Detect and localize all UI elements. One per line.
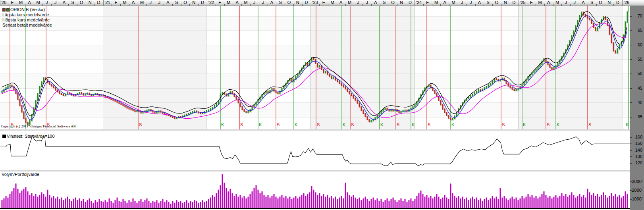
right-axis-label: 140: [631, 148, 642, 152]
time-axis-month-label: A: [582, 0, 584, 5]
time-axis-month-label: D: [201, 0, 204, 5]
up-bar-swatch-icon: [6, 8, 10, 12]
svg-text:S: S: [351, 122, 354, 127]
time-axis-month-label: J: [470, 0, 472, 5]
right-axis-label: 55: [631, 57, 642, 62]
time-axis-tick: [458, 4, 458, 6]
time-axis-tick: [371, 4, 372, 6]
profit-line-swatch-icon: [2, 135, 6, 138]
svg-text:K: K: [626, 122, 629, 127]
time-axis-tick: [293, 4, 294, 6]
time-axis-month-label: O: [391, 0, 395, 5]
right-axis-label: 50: [631, 71, 642, 76]
time-axis-tick: [440, 4, 441, 6]
time-axis-month-label: F: [115, 0, 118, 5]
profit-legend-label: Vinstest: Startvärde=100: [7, 134, 55, 139]
svg-text:K: K: [451, 122, 455, 127]
time-axis-month-label: O: [287, 0, 291, 5]
instrument-title: ORION B (Vecka): [10, 7, 45, 12]
time-axis-month-label: A: [478, 0, 481, 5]
svg-text:S: S: [428, 122, 430, 127]
time-axis[interactable]: '20FMAMJJASOND'21FMAMJJASOND'22FMAMJJASO…: [0, 0, 644, 6]
time-axis-tick: [432, 4, 432, 6]
price-panel-legend: ORION B (Vecka) Lägsta kurs medelvärde H…: [2, 7, 52, 28]
time-axis-tick: [51, 4, 52, 6]
time-axis-month-label: O: [80, 0, 83, 5]
time-axis-tick: [302, 4, 303, 6]
time-axis-tick: [510, 4, 510, 6]
time-axis-tick: [268, 4, 268, 6]
time-axis-tick: [467, 4, 467, 6]
time-axis-tick: [328, 4, 328, 6]
time-axis-month-label: M: [330, 0, 334, 5]
time-axis-month-label: A: [374, 0, 377, 5]
time-axis-month-label: A: [132, 0, 135, 5]
time-axis-month-label: S: [383, 0, 386, 5]
time-axis-month-label: J: [253, 0, 256, 5]
time-axis-tick: [25, 4, 25, 6]
time-axis-month-label: F: [322, 0, 325, 5]
time-axis-tick: [8, 4, 8, 6]
right-axis-label: 3000': [631, 179, 642, 184]
time-axis-month-label: M: [123, 0, 126, 5]
svg-text:S: S: [547, 122, 550, 127]
time-axis-tick: [181, 4, 181, 6]
time-axis-tick: [120, 4, 121, 6]
time-axis-month-label: J: [54, 0, 57, 5]
separator-2: [0, 171, 630, 171]
time-axis-month-label: F: [11, 0, 13, 5]
time-axis-month-label: M: [348, 0, 351, 5]
time-axis-tick: [596, 4, 597, 6]
time-axis-tick: [155, 4, 155, 6]
time-axis-tick: [68, 4, 69, 6]
time-axis-tick: [380, 4, 380, 6]
time-axis-tick: [579, 4, 579, 6]
time-axis-tick: [60, 4, 60, 6]
time-axis-month-label: A: [28, 0, 31, 5]
time-axis-month-label: J: [565, 0, 567, 5]
time-axis-tick: [389, 4, 389, 6]
chart-window: SSSSSSSSSSSSKKKKKKKKKKK '20FMAMJJASOND'2…: [0, 0, 644, 210]
time-axis-tick: [449, 4, 449, 6]
time-axis-tick: [146, 4, 147, 6]
copyright-text: Copyright (c) 2013 Vikingen Financial So…: [1, 124, 76, 128]
svg-text:S: S: [317, 122, 320, 127]
year-divider: [415, 0, 415, 6]
time-axis-month-label: A: [236, 0, 239, 5]
year-divider: [519, 0, 519, 6]
year-divider: [207, 0, 207, 6]
time-axis-tick: [276, 4, 276, 6]
svg-text:S: S: [588, 122, 591, 127]
time-axis-month-label: A: [547, 0, 550, 5]
time-axis-tick: [553, 4, 553, 6]
time-axis-tick: [172, 4, 173, 6]
time-axis-tick: [250, 4, 251, 6]
time-axis-month-label: J: [573, 0, 576, 5]
time-axis-year-label: '26: [624, 0, 629, 5]
time-axis-tick: [345, 4, 346, 6]
time-axis-tick: [337, 4, 337, 6]
time-axis-tick: [397, 4, 397, 6]
time-axis-month-label: N: [504, 0, 507, 5]
time-axis-month-label: M: [555, 0, 559, 5]
time-axis-month-label: M: [244, 0, 247, 5]
svg-text:K: K: [259, 122, 262, 127]
time-axis-month-label: J: [366, 0, 368, 5]
chart-canvas[interactable]: SSSSSSSSSSSSKKKKKKKKKKK: [0, 0, 644, 210]
time-axis-tick: [605, 4, 605, 6]
time-axis-tick: [42, 4, 43, 6]
svg-text:K: K: [343, 122, 346, 127]
time-axis-tick: [319, 4, 320, 6]
time-axis-month-label: N: [296, 0, 299, 5]
time-axis-year-label: '23: [312, 0, 318, 5]
time-axis-month-label: D: [513, 0, 516, 5]
time-axis-tick: [216, 4, 216, 6]
time-axis-tick: [588, 4, 588, 6]
time-axis-month-label: S: [487, 0, 490, 5]
time-axis-month-label: J: [46, 0, 48, 5]
right-axis-label: 40: [631, 100, 642, 105]
time-axis-tick: [285, 4, 285, 6]
time-axis-tick: [138, 4, 138, 6]
time-axis-month-label: M: [140, 0, 144, 5]
time-axis-month-label: O: [599, 0, 602, 5]
